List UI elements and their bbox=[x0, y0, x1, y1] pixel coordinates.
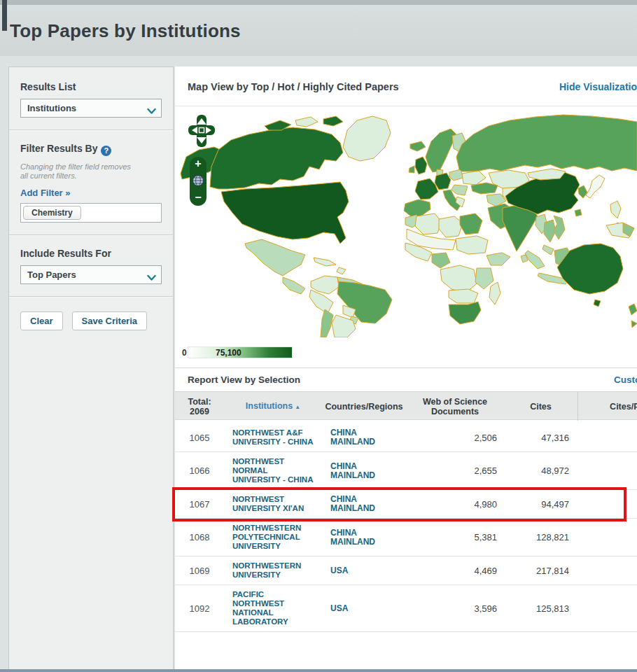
column-institutions[interactable]: Institutions▲ bbox=[224, 401, 322, 412]
zoom-control[interactable]: + − bbox=[190, 157, 206, 206]
sidebar-divider bbox=[9, 130, 173, 131]
table-header-row: Total: 2069 Institutions▲ Countries/Regi… bbox=[175, 391, 637, 420]
row-documents: 5,381 bbox=[406, 532, 504, 542]
row-cites: 128,821 bbox=[504, 532, 578, 542]
row-cites: 48,972 bbox=[504, 465, 578, 476]
zoom-out-button[interactable]: − bbox=[195, 192, 201, 203]
row-country: USA bbox=[322, 604, 382, 613]
row-rank: 1066 bbox=[175, 465, 224, 476]
row-rank: 1068 bbox=[175, 532, 224, 542]
row-documents: 4,980 bbox=[406, 499, 504, 510]
column-cites[interactable]: Cites bbox=[504, 402, 578, 412]
table-row[interactable]: 1068 NORTHWESTERN POLYTECHNICAL UNIVERSI… bbox=[175, 519, 637, 556]
window-top-strip bbox=[0, 0, 637, 5]
hide-visualization-link[interactable]: Hide Visualization bbox=[559, 81, 637, 92]
row-institution-link[interactable]: PACIFIC NORTHWEST NATIONAL LABORATORY bbox=[224, 590, 322, 626]
table-row[interactable]: 1069 NORTHWESTERN UNIVERSITY USA 4,469 2… bbox=[175, 556, 637, 585]
pan-compass[interactable] bbox=[186, 113, 217, 150]
globe-icon[interactable] bbox=[192, 174, 204, 187]
map-view-header: Map View by Top / Hot / Highly Cited Pap… bbox=[175, 66, 637, 106]
page-header: Top Papers by Institutions bbox=[0, 5, 637, 56]
sidebar-divider bbox=[9, 234, 173, 236]
column-total: Total: 2069 bbox=[175, 397, 224, 416]
column-cites-per-paper[interactable]: Cites/Paper bbox=[578, 392, 637, 421]
row-cites: 217,814 bbox=[504, 566, 578, 576]
row-documents: 2,655 bbox=[406, 465, 504, 476]
row-country: CHINA MAINLAND bbox=[322, 528, 382, 547]
row-country: CHINA MAINLAND bbox=[322, 428, 382, 447]
row-documents: 3,596 bbox=[406, 603, 504, 614]
legend-min-value: 0 bbox=[182, 348, 187, 358]
row-documents: 4,469 bbox=[406, 566, 504, 576]
chevron-down-icon bbox=[147, 272, 156, 284]
clear-button[interactable]: Clear bbox=[20, 312, 63, 330]
map-region-south-america[interactable] bbox=[309, 276, 392, 337]
main-panel: Map View by Top / Hot / Highly Cited Pap… bbox=[175, 66, 637, 669]
row-rank: 1092 bbox=[175, 603, 224, 614]
bottom-bar bbox=[0, 669, 637, 672]
page-title: Top Papers by Institutions bbox=[10, 20, 241, 42]
row-institution-link[interactable]: NORTHWEST UNIVERSITY XI'AN bbox=[224, 495, 322, 513]
row-cites: 125,813 bbox=[504, 603, 578, 614]
map-region-africa[interactable] bbox=[405, 214, 510, 324]
legend-max-value: 75,100 bbox=[216, 348, 241, 358]
results-list-select[interactable]: Institutions bbox=[20, 99, 162, 118]
table-row[interactable]: 1065 NORTHWEST A&F UNIVERSITY - CHINA CH… bbox=[175, 420, 637, 452]
save-criteria-button[interactable]: Save Criteria bbox=[72, 312, 148, 330]
table-body: 1065 NORTHWEST A&F UNIVERSITY - CHINA CH… bbox=[175, 420, 637, 632]
filter-results-label: Filter Results By? bbox=[20, 143, 162, 156]
filter-note: Changing the filter field removes all cu… bbox=[20, 162, 139, 181]
row-institution-link[interactable]: NORTHWESTERN POLYTECHNICAL UNIVERSITY bbox=[224, 524, 322, 551]
column-wos-documents[interactable]: Web of Science Documents bbox=[406, 397, 504, 416]
results-list-label: Results List bbox=[20, 81, 162, 92]
filter-chip-chemistry[interactable]: Chemistry bbox=[23, 206, 81, 220]
row-rank: 1067 bbox=[175, 499, 224, 510]
row-country: CHINA MAINLAND bbox=[322, 495, 382, 513]
sort-asc-icon: ▲ bbox=[295, 404, 300, 410]
help-icon[interactable]: ? bbox=[101, 146, 111, 156]
map-legend: 0 75,100 bbox=[182, 346, 294, 358]
row-institution-link[interactable]: NORTHWEST A&F UNIVERSITY - CHINA bbox=[224, 428, 322, 447]
map-region-oceania[interactable] bbox=[525, 223, 637, 328]
map-view-title: Map View by Top / Hot / Highly Cited Pap… bbox=[188, 81, 399, 92]
report-view-title: Report View by Selection bbox=[188, 374, 300, 385]
include-results-label: Include Results For bbox=[20, 248, 162, 259]
filter-chip-field[interactable]: Chemistry bbox=[20, 203, 162, 223]
results-list-value: Institutions bbox=[27, 103, 76, 113]
customize-link[interactable]: Customize bbox=[614, 374, 637, 385]
world-map[interactable]: + − bbox=[175, 106, 637, 337]
sidebar-divider bbox=[9, 296, 173, 298]
include-results-select[interactable]: Top Papers bbox=[20, 265, 162, 284]
corner-sliver bbox=[2, 0, 7, 31]
report-view-header: Report View by Selection Customize bbox=[175, 368, 637, 391]
table-row[interactable]: 1092 PACIFIC NORTHWEST NATIONAL LABORATO… bbox=[175, 585, 637, 632]
add-filter-link[interactable]: Add Filter » bbox=[20, 188, 162, 198]
include-results-value: Top Papers bbox=[27, 270, 76, 280]
world-choropleth-map[interactable] bbox=[175, 106, 637, 337]
row-cites: 47,316 bbox=[504, 433, 578, 443]
row-country: CHINA MAINLAND bbox=[322, 462, 382, 480]
table-row[interactable]: 1066 NORTHWEST NORMAL UNIVERSITY - CHINA… bbox=[175, 452, 637, 490]
zoom-in-button[interactable]: + bbox=[195, 158, 201, 169]
row-rank: 1069 bbox=[175, 566, 224, 576]
row-documents: 2,506 bbox=[406, 433, 504, 443]
map-controls[interactable]: + − bbox=[185, 112, 227, 210]
row-country: USA bbox=[322, 566, 382, 575]
chevron-down-icon bbox=[147, 105, 156, 118]
row-rank: 1065 bbox=[175, 433, 224, 443]
row-cites: 94,497 bbox=[504, 499, 578, 510]
column-countries-regions[interactable]: Countries/Regions bbox=[322, 402, 406, 412]
filters-sidebar: Results List Institutions Filter Results… bbox=[8, 66, 174, 669]
row-institution-link[interactable]: NORTHWEST NORMAL UNIVERSITY - CHINA bbox=[224, 457, 322, 484]
table-row[interactable]: 1067 NORTHWEST UNIVERSITY XI'AN CHINA MA… bbox=[175, 490, 637, 519]
row-institution-link[interactable]: NORTHWESTERN UNIVERSITY bbox=[224, 561, 322, 580]
